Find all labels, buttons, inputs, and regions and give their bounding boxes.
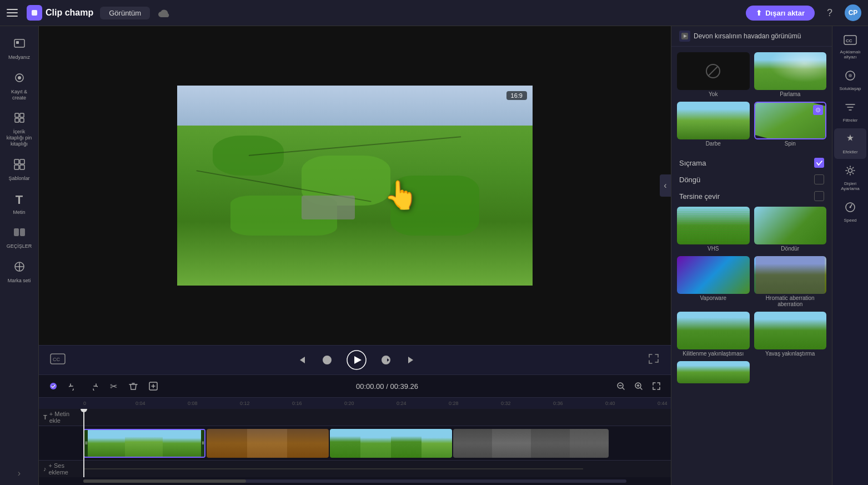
captions-button[interactable]: CC	[50, 353, 66, 367]
ri-item-cc[interactable]: CC Açıklamalı altyazı	[834, 31, 866, 64]
svg-rect-6	[20, 113, 24, 117]
sidebar-item-text[interactable]: T Metin	[3, 188, 36, 220]
effect-zoom-in[interactable]: Kilitlenme yakınlaştıması	[677, 312, 750, 357]
effect-donur[interactable]: Döndür	[754, 207, 827, 252]
transitions-icon	[13, 226, 26, 241]
timeline-tracks: T + Metin ekle ⏸	[39, 409, 671, 477]
building	[302, 196, 355, 219]
darbe-bg	[677, 102, 750, 139]
soluklas-icon	[844, 69, 856, 84]
effects-icon	[844, 133, 856, 148]
undo-button[interactable]	[66, 378, 81, 394]
clip-4-frame-2	[492, 429, 531, 458]
redo-button[interactable]	[86, 378, 101, 394]
zoom-in-button[interactable]	[631, 378, 646, 394]
sky-area	[177, 86, 533, 126]
effect-parlama[interactable]: Parlama	[754, 52, 827, 97]
effect-aberration[interactable]: Hromatic aberration aberration	[754, 256, 827, 307]
sidebar-item-content-kit[interactable]: İçerik kitaplığı pin kitaplığı	[3, 107, 36, 151]
effect-properties: Sıçrama Döngü Tersine çevir	[671, 152, 832, 207]
zoom-out-button[interactable]	[613, 378, 629, 394]
ri-item-filters[interactable]: Filtreler	[834, 97, 866, 127]
scrollbar-thumb[interactable]	[83, 479, 246, 483]
cut-button[interactable]: ✂	[106, 378, 121, 394]
effect-vhs[interactable]: VHS	[677, 207, 750, 252]
avatar[interactable]: CP	[845, 4, 861, 21]
text-track-label[interactable]: T + Metin ekle	[39, 411, 83, 424]
tersine-checkbox[interactable]	[814, 191, 824, 201]
center-area: 👆 16:9 ‹ CC 5	[39, 26, 671, 485]
video-track: ⏸ ⏸	[39, 426, 671, 461]
forward-button[interactable]	[380, 354, 392, 366]
panel-collapse-button[interactable]: ‹	[660, 174, 671, 197]
svg-point-33	[850, 207, 851, 208]
svg-rect-14	[20, 228, 25, 236]
effect-vhs-thumb	[677, 207, 750, 244]
skip-forward-button[interactable]	[405, 354, 417, 366]
dongu-checkbox[interactable]	[814, 174, 824, 184]
sidebar-item-media[interactable]: Medyanız	[3, 33, 36, 65]
add-media-button[interactable]	[145, 378, 161, 394]
ri-label-cc: Açıklamalı altyazı	[836, 49, 864, 59]
right-icon-sidebar: CC Açıklamalı altyazı Soluklaşap Filtrel…	[832, 26, 868, 485]
clip-2-frame-3	[287, 429, 329, 458]
ri-item-effects[interactable]: Efektler	[834, 128, 866, 159]
video-clip-2[interactable]	[207, 429, 329, 458]
skip-back-button[interactable]	[297, 354, 308, 366]
delete-button[interactable]	[126, 378, 141, 394]
fullscreen-button[interactable]	[648, 353, 660, 367]
effect-vhs-label: VHS	[677, 246, 750, 252]
effect-spin[interactable]: Spin	[754, 102, 827, 147]
ruler-tick-2: 0:08	[188, 401, 240, 406]
timeline-playhead	[83, 409, 84, 477]
ri-item-speed[interactable]: Speed	[834, 197, 866, 227]
video-clip-4[interactable]	[453, 429, 609, 458]
effect-parlama-thumb	[754, 52, 827, 90]
effect-none[interactable]: Yok	[677, 52, 750, 97]
content-kit-icon	[13, 112, 26, 127]
ri-item-disleri[interactable]: Dişleri Ayarlama	[834, 160, 866, 196]
export-button[interactable]: ⬆ Dışarı aktar	[746, 6, 815, 21]
rewind-button[interactable]: 5	[321, 354, 333, 366]
sidebar-item-brand-kit[interactable]: Marka seti	[3, 256, 36, 288]
clip-1-right-handle[interactable]: ⏸	[201, 430, 204, 457]
clip-1-frames	[88, 430, 201, 457]
effect-darbe[interactable]: Darbe	[677, 102, 750, 147]
timeline-expand-button[interactable]	[649, 378, 664, 394]
dongu-label: Döngü	[679, 176, 700, 184]
video-clip-3[interactable]	[330, 429, 452, 458]
disleri-icon	[844, 164, 856, 179]
scrollbar-track[interactable]	[83, 479, 626, 483]
play-button[interactable]	[347, 350, 367, 370]
effect-vaporwave[interactable]: Vaporware	[677, 256, 750, 307]
timeline-toolbar: ✂ 00:00.00 / 00:39.26	[39, 375, 671, 398]
text-track: T + Metin ekle	[39, 409, 671, 426]
auto-button[interactable]	[46, 378, 61, 394]
sicrama-checkbox[interactable]	[814, 158, 824, 168]
svg-text:CC: CC	[846, 38, 852, 43]
audio-icon: ♪	[43, 466, 47, 472]
sidebar-expand-button[interactable]: ›	[18, 468, 21, 478]
export-icon: ⬆	[756, 9, 762, 17]
brand-kit-icon	[13, 261, 26, 276]
help-button[interactable]: ?	[821, 4, 838, 21]
controls-bar: CC 5	[39, 345, 671, 374]
audio-track-label[interactable]: ♪ + Ses ekleme	[39, 462, 83, 476]
svg-rect-7	[15, 118, 19, 122]
audio-track-content	[83, 461, 671, 477]
donur-bg	[754, 207, 827, 244]
effect-more[interactable]	[677, 361, 750, 383]
ri-item-soluklas[interactable]: Soluklaşap	[834, 65, 866, 96]
video-clip-1[interactable]: ⏸ ⏸	[83, 429, 205, 458]
view-tab[interactable]: Görüntüm	[100, 7, 150, 19]
sidebar-item-record[interactable]: Kayıt & create	[3, 67, 36, 106]
ri-label-effects: Efektler	[842, 149, 857, 154]
menu-button[interactable]	[7, 6, 20, 19]
sidebar-label-templates: Şablonlar	[8, 176, 29, 182]
timeline-zoom-controls	[613, 378, 664, 394]
more-effects-grid: VHS Döndür Vaporware	[671, 207, 832, 389]
sidebar-item-templates[interactable]: Şablonlar	[3, 154, 36, 186]
svg-point-30	[849, 74, 852, 77]
effect-zoom-out[interactable]: Yavaş yakınlaştırma	[754, 312, 827, 357]
sidebar-item-transitions[interactable]: GEÇİŞLER	[3, 222, 36, 254]
